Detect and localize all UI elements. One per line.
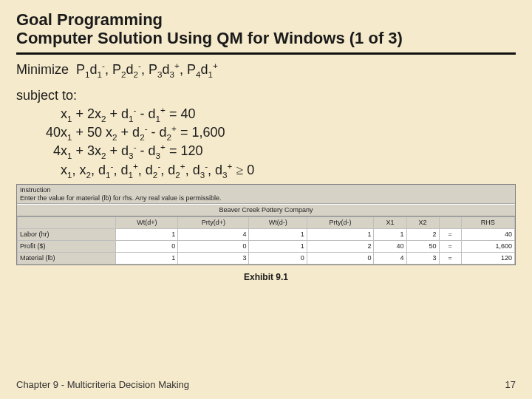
table-header-cell: RHS [461,216,514,228]
table-header-cell [439,216,461,228]
table-cell[interactable]: 0 [178,240,249,252]
table-cell[interactable]: 1 [116,252,178,264]
table-header-cell: Wt(d-) [249,216,307,228]
table-row: Material (lb)130043=120 [18,252,515,264]
table-body: Labor (hr)141112=40Profit ($)00124050=1,… [18,228,515,264]
title-line1: Goal Programming [16,10,163,29]
slide-title: Goal Programming Computer Solution Using… [16,10,516,48]
rhs-cell[interactable]: 120 [461,252,514,264]
instruction-title: Instruction [20,186,512,194]
table-header-cell: Wt(d+) [116,216,178,228]
table-cell[interactable]: = [439,228,461,240]
nonnegativity: x1, x2, d1-, d1+, d2-, d2+, d3-, d3+ ≥ 0 [16,161,516,180]
minimize-label: Minimize [16,62,69,77]
table-header-cell [18,216,116,228]
row-label: Material (lb) [18,252,116,264]
constraint-3: 4x1 + 3x2 + d3- - d3+ = 120 [16,142,516,160]
table-cell[interactable]: 4 [178,228,249,240]
qm-window: Instruction Enter the value for material… [16,184,516,265]
table-header-cell: X2 [406,216,439,228]
table-header-cell: X1 [374,216,406,228]
instruction-text: Enter the value for material (lb) for rh… [20,194,512,202]
subject-to-label: subject to: [16,86,516,105]
table-cell[interactable]: 1 [374,228,406,240]
rhs-cell[interactable]: 40 [461,228,514,240]
row-label: Labor (hr) [18,228,116,240]
table-cell[interactable]: 3 [178,252,249,264]
table-cell[interactable]: 40 [374,240,406,252]
instruction-box: Instruction Enter the value for material… [17,185,515,205]
table-row: Labor (hr)141112=40 [18,228,515,240]
table-cell[interactable]: 4 [374,252,406,264]
objective-term: P4d1+ [187,62,218,77]
table-header-cell: Prty(d-) [307,216,374,228]
table-header-row: Wt(d+)Prty(d+)Wt(d-)Prty(d-)X1X2RHS [18,216,515,228]
table-cell[interactable]: 2 [307,240,374,252]
table-header-cell: Prty(d+) [178,216,249,228]
title-line2: Computer Solution Using QM for Windows (… [16,29,403,47]
table-cell[interactable]: 0 [116,240,178,252]
table-cell[interactable]: 1 [307,228,374,240]
constraint-2: 40x1 + 50 x2 + d2- - d2+ = 1,600 [16,123,516,142]
title-divider [16,52,516,55]
objective-term: P2d2- [112,62,141,77]
footer-chapter: Chapter 9 - Multicriteria Decision Makin… [16,379,189,390]
table-cell[interactable]: 0 [307,252,374,264]
data-table: Wt(d+)Prty(d+)Wt(d-)Prty(d-)X1X2RHS Labo… [17,216,515,265]
objective-term: P3d3+ [149,62,180,77]
table-cell[interactable]: = [439,252,461,264]
objective-term: P1d1- [76,62,105,77]
slide-body: Minimize P1d1-, P2d2-, P3d3+, P4d1+ subj… [16,61,516,284]
table-cell[interactable]: 1 [116,228,178,240]
company-title: Beaver Creek Pottery Company [17,204,515,216]
rhs-cell[interactable]: 1,600 [461,240,514,252]
objective-line: Minimize P1d1-, P2d2-, P3d3+, P4d1+ [16,61,516,79]
row-label: Profit ($) [18,240,116,252]
slide-footer: Chapter 9 - Multicriteria Decision Makin… [16,379,516,390]
nonneg-rhs: 0 [247,163,254,177]
table-cell[interactable]: 3 [406,252,439,264]
table-cell[interactable]: 1 [249,240,307,252]
table-cell[interactable]: 2 [406,228,439,240]
objective-terms: P1d1-, P2d2-, P3d3+, P4d1+ [76,62,218,77]
table-cell[interactable]: 50 [406,240,439,252]
geq-symbol: ≥ [236,163,243,177]
table-cell[interactable]: 0 [249,252,307,264]
constraints-block: subject to: x1 + 2x2 + d1- - d1+ = 40 40… [16,86,516,180]
table-cell[interactable]: 1 [249,228,307,240]
table-cell[interactable]: = [439,240,461,252]
nonneg-vars: x1, x2, d1-, d1+, d2-, d2+, d3-, d3+ [61,163,236,177]
table-row: Profit ($)00124050=1,600 [18,240,515,252]
constraint-1: x1 + 2x2 + d1- - d1+ = 40 [16,105,516,123]
footer-page-number: 17 [505,379,516,390]
exhibit-label: Exhibit 9.1 [16,271,516,284]
